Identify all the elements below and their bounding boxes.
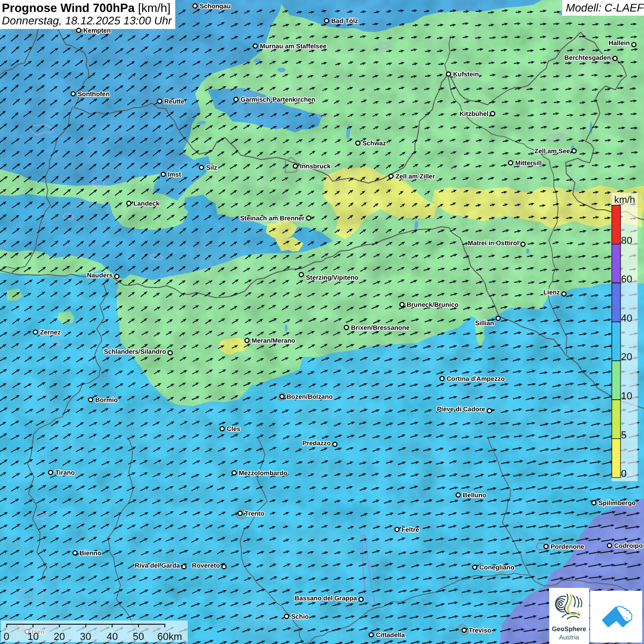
svg-text:Spilimbergo: Spilimbergo [598,499,636,506]
svg-text:Conegliano: Conegliano [479,564,514,571]
svg-text:Garmisch-Partenkirchen: Garmisch-Partenkirchen [241,96,316,103]
svg-text:Meran/Merano: Meran/Merano [252,337,295,344]
svg-text:Rovereto: Rovereto [192,562,220,569]
svg-text:GeoSphere: GeoSphere [552,625,586,632]
svg-text:Landeck: Landeck [133,200,160,207]
svg-text:20: 20 [54,631,65,642]
svg-text:Modell: C-LAEF: Modell: C-LAEF [566,2,644,14]
svg-text:Belluno: Belluno [463,491,486,499]
svg-text:30: 30 [80,631,91,642]
svg-text:Brixen/Bressanone: Brixen/Bressanone [351,324,410,331]
svg-text:Feltre: Feltre [402,526,419,533]
svg-text:Cles: Cles [227,425,241,432]
svg-text:Sonthofen: Sonthofen [78,90,109,98]
svg-text:Bormio: Bormio [95,396,118,403]
svg-text:Steinach am Brenner: Steinach am Brenner [240,214,305,222]
svg-text:Mittersill: Mittersill [515,159,542,167]
svg-text:Kufstein: Kufstein [453,70,479,78]
svg-text:50: 50 [133,631,144,642]
svg-text:Bozen/Bolzano: Bozen/Bolzano [287,393,333,400]
svg-text:Pordenone: Pordenone [551,543,584,550]
svg-text:0: 0 [4,631,9,642]
svg-text:Berchtesgaden: Berchtesgaden [564,54,611,61]
svg-text:Bruneck/Brunico: Bruneck/Brunico [407,301,459,308]
svg-text:0: 0 [621,468,627,479]
svg-text:Riva del Garda: Riva del Garda [135,562,180,569]
svg-text:Kitzbühel: Kitzbühel [460,110,489,117]
svg-text:5: 5 [621,429,627,441]
svg-text:Zell am See: Zell am See [535,147,570,155]
svg-text:Imst: Imst [168,171,181,178]
svg-text:40: 40 [107,631,118,642]
svg-text:Prognose Wind 700hPa [km/h]: Prognose Wind 700hPa [km/h] [2,1,171,15]
svg-text:20: 20 [621,351,632,362]
svg-text:Bassano del Grappa: Bassano del Grappa [295,594,357,602]
svg-text:Pieve di Cadore: Pieve di Cadore [437,405,485,413]
svg-text:Schwaz: Schwaz [362,139,386,147]
svg-text:Innsbruck: Innsbruck [300,162,331,170]
svg-text:Bienno: Bienno [80,549,101,557]
svg-text:Schio: Schio [291,613,309,620]
svg-text:10: 10 [621,390,632,402]
svg-text:Matrei in Osttirol: Matrei in Osttirol [468,239,519,247]
svg-text:Tirano: Tirano [55,469,75,476]
svg-text:60km: 60km [157,631,182,642]
svg-text:Cortina d'Ampezzo: Cortina d'Ampezzo [447,375,505,382]
svg-text:Mezzolombardo: Mezzolombardo [239,469,288,477]
svg-text:Zell am Ziller: Zell am Ziller [396,172,435,180]
svg-text:Murnau am Staffelsee: Murnau am Staffelsee [260,42,327,50]
svg-text:Nauders: Nauders [87,271,113,279]
svg-text:Cittadella: Cittadella [376,631,405,638]
svg-text:Austria: Austria [559,633,579,641]
svg-text:Codroipo: Codroipo [614,542,643,549]
svg-text:Zernez: Zernez [40,328,61,336]
svg-text:Predazzo: Predazzo [303,439,331,447]
svg-text:Lienz: Lienz [543,288,560,296]
svg-text:10: 10 [28,631,39,642]
svg-text:Reutte: Reutte [164,98,184,105]
svg-text:Bad Tölz: Bad Tölz [331,17,358,24]
svg-text:Sterzing/Vipiteno: Sterzing/Vipiteno [306,274,358,281]
svg-text:60: 60 [621,273,632,285]
svg-text:Silz: Silz [206,164,217,171]
svg-text:km/h: km/h [614,195,635,205]
svg-text:Schlanders/Silandro: Schlanders/Silandro [104,348,166,355]
svg-text:Hallein: Hallein [609,39,630,46]
svg-text:40: 40 [621,312,632,324]
svg-text:Trento: Trento [245,510,264,517]
svg-text:80: 80 [621,235,632,246]
svg-text:Donnerstag, 18.12.2025 13:00 U: Donnerstag, 18.12.2025 13:00 Uhr [2,15,172,27]
svg-text:Treviso: Treviso [469,627,491,634]
svg-text:Schongau: Schongau [200,2,231,10]
svg-text:Sillian: Sillian [475,319,494,327]
svg-text:Kempten: Kempten [83,27,111,34]
